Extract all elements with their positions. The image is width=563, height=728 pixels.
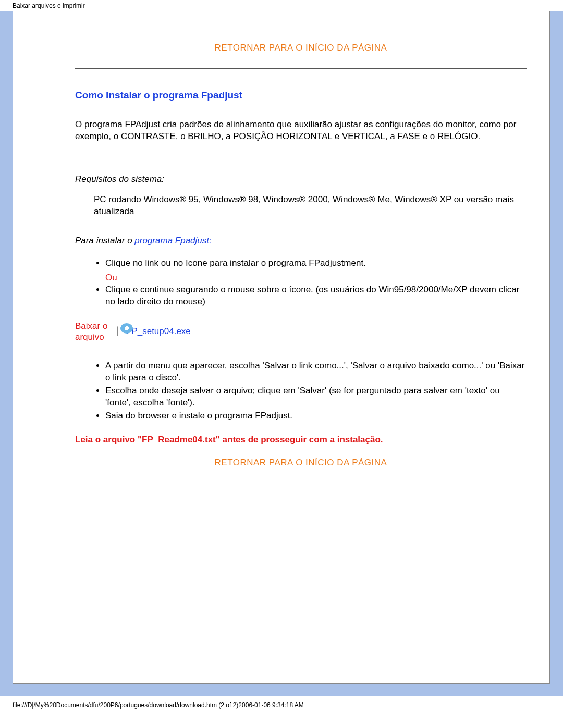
download-icon-link[interactable] (117, 327, 118, 336)
floppy-disk-icon (117, 326, 118, 336)
list-item: Clique e continue segurando o mouse sobr… (105, 284, 527, 308)
return-to-top-link-bottom[interactable]: RETORNAR PARA O INÍCIO DA PÁGINA (215, 458, 387, 467)
list-item: Escolha onde deseja salvar o arquivo; cl… (105, 385, 527, 409)
divider (75, 68, 527, 69)
page-content: RETORNAR PARA O INÍCIO DA PÁGINA Como in… (13, 11, 550, 684)
list-item: Saia do browser e instale o programa FPa… (105, 410, 527, 422)
bullet-list-b: A partir do menu que aparecer, escolha '… (75, 360, 527, 422)
requirements-text: PC rodando Windows® 95, Windows® 98, Win… (94, 194, 527, 218)
page-frame: RETORNAR PARA O INÍCIO DA PÁGINA Como in… (0, 11, 563, 696)
list-item: A partir do menu que aparecer, escolha '… (105, 360, 527, 384)
intro-paragraph: O programa FPAdjust cria padrões de alin… (75, 119, 527, 143)
section-heading: Como instalar o programa Fpadjust (75, 90, 527, 101)
download-filename-link[interactable]: FP_setup04.exe (126, 326, 191, 337)
top-link-row: RETORNAR PARA O INÍCIO DA PÁGINA (75, 43, 527, 53)
requirements-label: Requisitos do sistema: (75, 174, 527, 184)
install-label-prefix: Para instalar o (75, 236, 134, 245)
footer-path: file:///D|/My%20Documents/dfu/200P6/port… (0, 696, 563, 714)
ou-label: Ou (105, 273, 527, 283)
return-to-top-link[interactable]: RETORNAR PARA O INÍCIO DA PÁGINA (215, 43, 387, 53)
download-label: Baixar o arquivo (75, 320, 112, 343)
browser-title: Baixar arquivos e imprimir (0, 0, 563, 11)
install-label: Para instalar o programa Fpadjust: (75, 236, 527, 246)
warning-text: Leia o arquivo "FP_Readme04.txt" antes d… (75, 435, 527, 445)
bottom-link-row: RETORNAR PARA O INÍCIO DA PÁGINA (75, 458, 527, 468)
bullet-list-a: Clique no link ou no ícone para instalar… (75, 257, 527, 308)
download-row: Baixar o arquivo FP_setup04.exe (75, 320, 527, 343)
list-item: Clique no link ou no ícone para instalar… (105, 257, 527, 269)
programa-fpadjust-link[interactable]: programa Fpadjust: (134, 236, 211, 245)
